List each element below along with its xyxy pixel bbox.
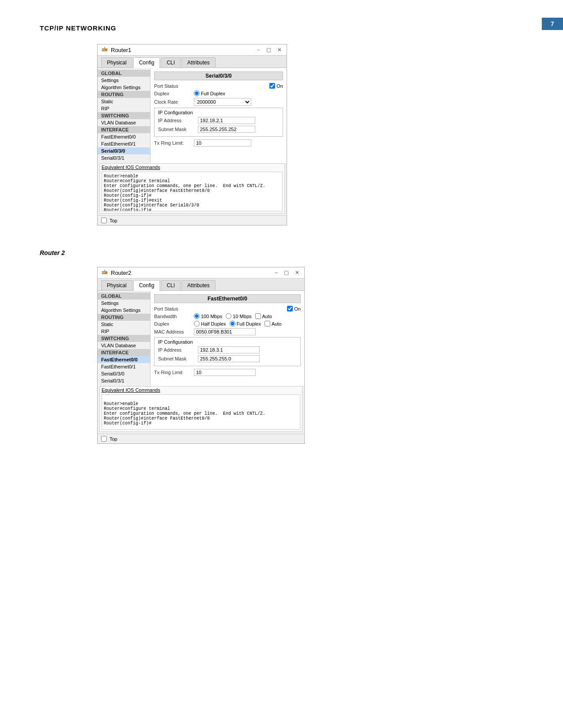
router1-dialog: Router1 − ▢ ✕ Physical Config CLI Attrib… [97,44,287,225]
router2-on-check[interactable] [287,306,293,311]
router2-sidebar-algorithm[interactable]: Algorithm Settings [98,307,150,314]
router2-section-label: Router 2 [40,249,65,256]
router2-sidebar-static[interactable]: Static [98,321,150,328]
router1-ios-section: Equivalent IOS Commands Router>enable Ro… [99,163,285,214]
router2-half-duplex-label: Half Duplex [201,321,226,326]
router2-port-header: FastEthernet0/0 [154,294,301,303]
router1-body: GLOBAL Settings Algorithm Settings ROUTI… [98,68,287,163]
router2-half-duplex-option[interactable]: Half Duplex [194,321,226,326]
router2-ip-address-input[interactable] [198,346,260,353]
router1-duplex-row: Duplex Full Duplex [154,90,283,96]
router1-tabs: Physical Config CLI Attributes [98,56,287,68]
titlebar-left: Router1 [101,46,131,53]
router2-subnet-mask-input[interactable] [198,355,260,362]
svg-point-7 [104,272,105,273]
router1-clock-rate-row: Clock Rate 2000000 [154,98,283,106]
sidebar-item-interface[interactable]: INTERFACE [98,126,150,133]
router2-full-duplex-label: Full Duplex [237,321,261,326]
router1-titlebar: Router1 − ▢ ✕ [98,45,287,56]
router2-port-on-checkbox[interactable]: On [287,306,301,311]
sidebar-item-algorithm-settings[interactable]: Algorithm Settings [98,84,150,91]
sidebar-item-global[interactable]: GLOBAL [98,70,150,77]
router1-ios-terminal[interactable]: Router>enable Router#configure terminal … [102,172,283,211]
router1-tab-config[interactable]: Config [133,57,160,68]
router1-restore-button[interactable]: ▢ [265,47,272,53]
router2-100mbps-option[interactable]: 100 Mbps [194,313,222,319]
sidebar-item-static[interactable]: Static [98,98,150,105]
router1-subnet-mask-row: Subnet Mask [158,126,279,133]
router2-top-label: Top [110,436,117,442]
router1-tx-ring-input[interactable] [194,139,251,146]
router2-bw-auto-check[interactable] [255,313,261,319]
router2-restore-button[interactable]: ▢ [283,270,290,276]
router1-clock-rate-select[interactable]: 2000000 [194,98,251,106]
router1-minimize-button[interactable]: − [256,47,261,53]
router2-tab-config[interactable]: Config [133,280,160,291]
sidebar-item-routing[interactable]: ROUTING [98,91,150,98]
router2-mac-input[interactable] [194,328,256,335]
router1-on-check[interactable] [269,83,275,89]
router1-port-status-label: Port Status [154,83,194,89]
router2-bw-auto-checkbox[interactable]: Auto [255,313,272,319]
router2-sidebar-vlan[interactable]: VLAN Database [98,342,150,349]
sidebar-item-vlan-database[interactable]: VLAN Database [98,119,150,126]
router2-tab-cli[interactable]: CLI [161,280,181,290]
router2-sidebar-rip[interactable]: RIP [98,328,150,335]
router2-bandwidth-label: Bandwidth [154,314,194,319]
router2-duplex-auto-checkbox[interactable]: Auto [264,321,282,326]
sidebar-item-serial0-3-1[interactable]: Serial0/3/1 [98,154,150,161]
router1-top-checkbox[interactable] [101,218,107,223]
router2-minimize-button[interactable]: − [273,270,279,276]
router2-dialog: Router2 − ▢ ✕ Physical Config CLI Attrib… [97,267,305,444]
sidebar-item-settings[interactable]: Settings [98,77,150,84]
router2-sidebar-serial0-3-1[interactable]: Serial0/3/1 [98,377,150,384]
router1-ios-label: Equivalent IOS Commands [100,164,284,171]
router2-tab-physical[interactable]: Physical [101,280,132,290]
router2-sidebar-serial0-3-0[interactable]: Serial0/3/0 [98,370,150,377]
sidebar-item-fastethernet0-0[interactable]: FastEthernet0/0 [98,133,150,140]
router2-bottom-bar: Top [98,434,304,443]
router1-tab-physical[interactable]: Physical [101,57,132,68]
router2-duplex-auto-label: Auto [272,321,282,326]
router2-sidebar-global[interactable]: GLOBAL [98,293,150,300]
router1-tab-cli[interactable]: CLI [161,57,181,68]
router2-sidebar-routing[interactable]: ROUTING [98,314,150,321]
router2-top-checkbox[interactable] [101,436,107,442]
sidebar-item-fastethernet0-1[interactable]: FastEthernet0/1 [98,140,150,147]
sidebar-item-serial0-3-0[interactable]: Serial0/3/0 [98,147,150,154]
router2-sidebar-fe0-1[interactable]: FastEthernet0/1 [98,363,150,370]
router2-duplex-auto-check[interactable] [264,321,270,326]
router1-full-duplex-option[interactable]: Full Duplex [194,90,225,96]
sidebar-item-rip[interactable]: RIP [98,105,150,112]
router1-ip-address-row: IP Address [158,117,279,124]
router1-close-button[interactable]: ✕ [276,47,283,53]
router2-ios-terminal[interactable]: Router>enable Router#configure terminal … [102,394,300,430]
router2-tx-ring-row: Tx Ring Limit [154,369,301,376]
router2-10mbps-label: 10 Mbps [233,314,251,319]
router2-tx-ring-input[interactable] [194,369,256,376]
router2-sidebar-settings[interactable]: Settings [98,300,150,307]
router2-sidebar: GLOBAL Settings Algorithm Settings ROUTI… [98,291,151,386]
router2-10mbps-option[interactable]: 10 Mbps [226,313,251,319]
router1-tab-attributes[interactable]: Attributes [181,57,215,68]
router1-ip-config-title: IP Configuration [158,110,279,115]
router2-sidebar-fe0-0[interactable]: FastEthernet0/0 [98,356,150,363]
router2-bw-auto-label: Auto [262,314,272,319]
router2-sidebar-interface[interactable]: INTERFACE [98,349,150,356]
router2-full-duplex-option[interactable]: Full Duplex [230,321,261,326]
router1-ip-address-label: IP Address [158,118,198,123]
router2-tab-attributes[interactable]: Attributes [181,280,215,290]
router1-port-on-checkbox[interactable]: On [269,83,283,89]
router2-subnet-mask-label: Subnet Mask [158,356,198,361]
router1-titlebar-controls: − ▢ ✕ [256,47,283,53]
router1-tx-ring-label: Tx Ring Limit: [154,140,194,146]
svg-point-1 [102,49,103,50]
router1-ip-address-input[interactable] [198,117,255,124]
router2-close-button[interactable]: ✕ [294,270,301,276]
router1-port-status-row: Port Status On [154,83,283,89]
router1-subnet-mask-input[interactable] [198,126,255,133]
router1-port-header: Serial0/3/0 [154,71,283,80]
sidebar-item-switching[interactable]: SWITCHING [98,112,150,119]
router1-top-label: Top [110,218,117,223]
router2-sidebar-switching[interactable]: SWITCHING [98,335,150,342]
